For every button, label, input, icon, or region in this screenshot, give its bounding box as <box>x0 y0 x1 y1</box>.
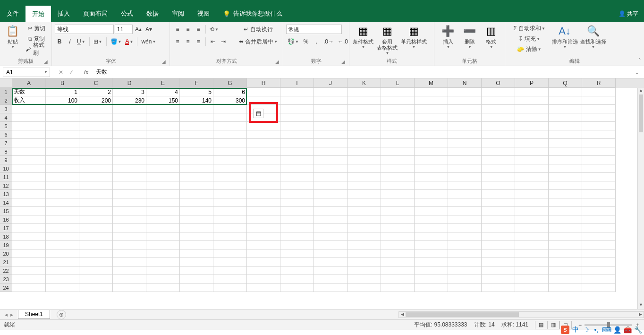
fx-icon[interactable]: fx <box>79 69 93 76</box>
cell[interactable] <box>515 224 549 232</box>
column-header[interactable]: P <box>515 78 549 88</box>
cell[interactable] <box>180 283 213 292</box>
cell[interactable] <box>549 96 582 105</box>
cell[interactable] <box>213 224 247 232</box>
cell[interactable] <box>180 232 213 241</box>
cell[interactable] <box>314 139 347 147</box>
cell[interactable] <box>180 181 213 190</box>
cell[interactable] <box>46 156 79 164</box>
cell[interactable] <box>582 96 616 105</box>
cell[interactable] <box>415 283 448 292</box>
cell[interactable] <box>247 130 280 139</box>
cell[interactable] <box>46 181 79 190</box>
row-header[interactable]: 1 <box>0 88 12 96</box>
cell[interactable] <box>113 173 146 181</box>
cell[interactable] <box>180 164 213 173</box>
cell[interactable] <box>415 173 448 181</box>
cell[interactable] <box>482 232 515 241</box>
cell[interactable] <box>146 181 180 190</box>
cell[interactable] <box>12 113 46 122</box>
cell[interactable] <box>482 266 515 275</box>
cell[interactable] <box>280 147 314 156</box>
cell[interactable] <box>79 190 113 198</box>
cell[interactable] <box>247 241 280 249</box>
cell[interactable] <box>515 198 549 207</box>
cell[interactable] <box>314 190 347 198</box>
align-middle-button[interactable]: ≡ <box>183 25 193 34</box>
cell[interactable] <box>582 232 616 241</box>
cell[interactable] <box>113 275 146 283</box>
clipboard-dialog-launcher[interactable]: ◢ <box>44 59 50 65</box>
cell[interactable] <box>213 105 247 113</box>
cell[interactable] <box>280 249 314 258</box>
cell[interactable] <box>79 283 113 292</box>
cell[interactable] <box>113 113 146 122</box>
column-header[interactable]: F <box>180 78 213 88</box>
cell[interactable] <box>213 173 247 181</box>
cell[interactable] <box>46 266 79 275</box>
column-header[interactable]: R <box>582 78 616 88</box>
cell[interactable] <box>79 224 113 232</box>
cell[interactable] <box>582 241 616 249</box>
cell[interactable] <box>415 122 448 130</box>
cell[interactable] <box>12 198 46 207</box>
cell[interactable] <box>515 139 549 147</box>
number-format-select[interactable] <box>286 25 342 34</box>
cell[interactable] <box>381 241 415 249</box>
cell[interactable] <box>12 258 46 266</box>
cell[interactable] <box>549 173 582 181</box>
ime-wrench-icon[interactable]: 🔧 <box>634 326 642 334</box>
cell[interactable] <box>79 156 113 164</box>
tab-formulas[interactable]: 公式 <box>114 6 140 22</box>
cell[interactable] <box>113 224 146 232</box>
cell[interactable] <box>247 181 280 190</box>
cell[interactable] <box>582 173 616 181</box>
cell[interactable] <box>46 198 79 207</box>
cell[interactable] <box>415 181 448 190</box>
cell[interactable] <box>347 139 381 147</box>
bold-button[interactable]: B <box>55 37 64 46</box>
cell[interactable] <box>515 122 549 130</box>
scroll-up-icon[interactable]: ▲ <box>638 88 644 94</box>
cell[interactable] <box>381 88 415 96</box>
cell[interactable] <box>314 198 347 207</box>
cell[interactable] <box>180 130 213 139</box>
cell[interactable] <box>314 156 347 164</box>
cell[interactable] <box>549 207 582 215</box>
cell[interactable] <box>415 258 448 266</box>
cell[interactable] <box>347 283 381 292</box>
cell[interactable] <box>146 258 180 266</box>
cell[interactable] <box>146 215 180 224</box>
collapse-ribbon-button[interactable]: ˄ <box>638 58 641 64</box>
cell[interactable] <box>113 283 146 292</box>
cell[interactable] <box>582 266 616 275</box>
vscroll-thumb[interactable] <box>639 94 643 132</box>
cell[interactable] <box>549 139 582 147</box>
cell[interactable] <box>247 275 280 283</box>
cell[interactable] <box>515 275 549 283</box>
cell[interactable] <box>180 207 213 215</box>
cell[interactable] <box>415 139 448 147</box>
hscroll-thumb[interactable] <box>406 312 519 317</box>
cell[interactable] <box>448 275 482 283</box>
cell[interactable] <box>79 275 113 283</box>
cancel-edit-button[interactable]: ✕ <box>59 69 63 76</box>
cell[interactable] <box>347 156 381 164</box>
delete-cells-button[interactable]: ➖删除▼ <box>459 23 481 49</box>
cell[interactable] <box>448 173 482 181</box>
row-header[interactable]: 20 <box>0 249 12 258</box>
cell[interactable] <box>415 198 448 207</box>
cell[interactable]: 1 <box>46 88 79 96</box>
cell[interactable] <box>280 164 314 173</box>
expand-formula-bar-button[interactable]: ⌄ <box>630 69 644 76</box>
cell[interactable] <box>415 190 448 198</box>
increase-indent-button[interactable]: ⇥ <box>219 37 228 46</box>
cell[interactable] <box>280 241 314 249</box>
cell[interactable] <box>113 207 146 215</box>
cell[interactable] <box>146 122 180 130</box>
cell[interactable] <box>180 249 213 258</box>
cell[interactable] <box>46 173 79 181</box>
cell[interactable] <box>582 122 616 130</box>
cell[interactable] <box>482 207 515 215</box>
cell[interactable] <box>347 105 381 113</box>
